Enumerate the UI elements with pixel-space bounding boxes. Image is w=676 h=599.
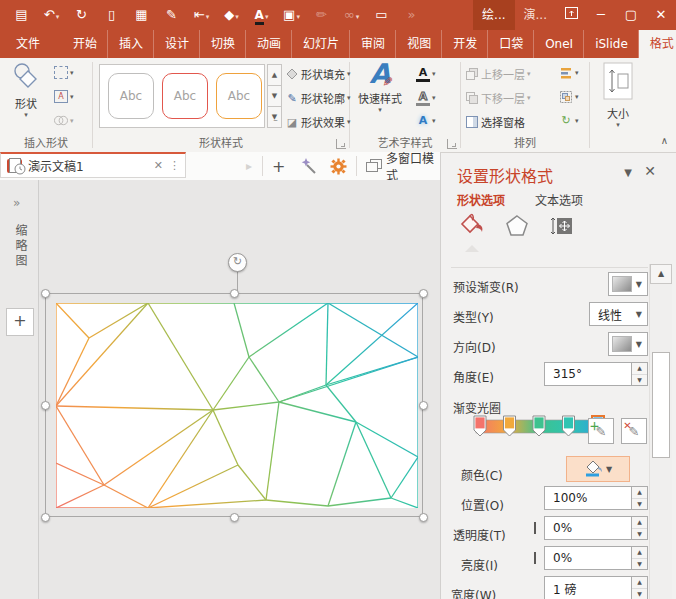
collapse-ribbon-icon[interactable]: ∧ xyxy=(661,135,668,146)
wordart-dialog-launcher[interactable] xyxy=(447,139,457,149)
direction-dropdown[interactable]: ▼ xyxy=(608,332,648,356)
text-outline-button[interactable]: A▾ xyxy=(416,90,436,106)
align-button[interactable]: ▾ xyxy=(559,66,579,79)
transparency-stepper[interactable]: ▲▼ xyxy=(631,517,647,539)
preset-gradient-dropdown[interactable]: ▼ xyxy=(608,272,648,296)
transparency-spinner[interactable]: 0%▲▼ xyxy=(544,516,648,540)
size-button[interactable]: 大小 ▾ xyxy=(596,62,640,129)
shape-style-gallery[interactable]: Abc Abc Abc xyxy=(99,64,265,128)
text-box-button[interactable]: A▾ xyxy=(54,90,74,103)
slide-grid-icon[interactable]: ▦ xyxy=(128,4,155,26)
gallery-down-button[interactable]: ▼ xyxy=(267,86,282,107)
gallery-more-button[interactable]: ▼̲ xyxy=(267,107,282,128)
send-backward-button[interactable]: 下移一层▾ xyxy=(465,90,531,106)
selection-handle-sw[interactable] xyxy=(41,513,50,522)
shapes-button[interactable]: 形状 ▾ xyxy=(4,62,48,119)
selection-handle-e[interactable] xyxy=(419,401,428,410)
angle-stepper[interactable]: ▲▼ xyxy=(631,363,647,385)
edit-shape-button[interactable]: ▾ xyxy=(54,66,74,79)
selection-handle-n[interactable] xyxy=(230,289,239,298)
stop-color-button[interactable]: ▼ xyxy=(566,456,630,482)
shape-outline-button[interactable]: ✎形状轮廓▾ xyxy=(285,90,351,106)
new-slide-button[interactable]: + xyxy=(6,308,34,336)
maximize-button[interactable]: ▢ xyxy=(616,0,646,30)
position-stepper[interactable]: ▲▼ xyxy=(631,487,647,509)
pane-collapse-icon[interactable]: ▼ xyxy=(624,167,632,178)
rotate-objects-button[interactable]: ↻▾ xyxy=(559,114,579,127)
shape-styles-dialog-launcher[interactable] xyxy=(336,139,346,149)
type-dropdown[interactable]: 线性▼ xyxy=(589,302,648,326)
tab-scroll-right-icon[interactable]: ▸ xyxy=(246,152,252,180)
undo-icon[interactable]: ↶▾ xyxy=(38,4,65,26)
multi-window-mode-button[interactable]: 多窗口模式 xyxy=(386,152,440,180)
shape-style-preview-2[interactable]: Abc xyxy=(162,73,208,119)
selection-handle-nw[interactable] xyxy=(41,289,50,298)
magic-wand-icon[interactable] xyxy=(300,152,317,180)
ribbon-tab-iSlide[interactable]: iSlide xyxy=(584,30,639,58)
paste-icon[interactable]: ▣▾ xyxy=(278,4,305,26)
bring-forward-button[interactable]: 上移一层▾ xyxy=(465,66,531,82)
save-icon[interactable]: ▤ xyxy=(8,4,35,26)
size-properties-icon[interactable] xyxy=(549,215,573,240)
ribbon-tab-开始[interactable]: 开始 xyxy=(62,30,108,58)
shape-fill-button[interactable]: 形状填充▾ xyxy=(285,66,351,82)
scrollbar-thumb[interactable] xyxy=(652,352,670,458)
ribbon-tab-动画[interactable]: 动画 xyxy=(246,30,292,58)
selection-pane-button[interactable]: 选择窗格 xyxy=(465,114,525,130)
low-poly-artwork[interactable] xyxy=(56,303,418,508)
merge-shapes-button[interactable]: ▾ xyxy=(54,114,74,127)
text-effects-button[interactable]: A▾ xyxy=(416,114,436,127)
ribbon-tab-file[interactable]: 文件 xyxy=(0,30,56,58)
quick-styles-button[interactable]: A✎ 快速样式 ▾ xyxy=(352,60,408,114)
fill-line-icon[interactable] xyxy=(459,213,485,242)
group-objects-button[interactable]: ▾ xyxy=(559,90,579,103)
tab-close-icon[interactable]: ✕ xyxy=(154,159,163,172)
ribbon-tab-设计[interactable]: 设计 xyxy=(154,30,200,58)
rotation-handle[interactable]: ↻ xyxy=(228,253,247,272)
gradient-stops-bar[interactable] xyxy=(472,413,606,446)
ribbon-tab-开发[interactable]: 开发 xyxy=(442,30,488,58)
history-icon[interactable] xyxy=(8,152,26,180)
redo-icon[interactable]: ↻ xyxy=(68,4,95,26)
minimize-button[interactable]: ─ xyxy=(586,0,616,30)
selection-handle-w[interactable] xyxy=(41,401,50,410)
brightness-stepper[interactable]: ▲▼ xyxy=(631,547,647,569)
eyedropper-pen-icon[interactable]: ✎ xyxy=(158,4,185,26)
pane-close-icon[interactable]: ✕ xyxy=(644,163,656,179)
ribbon-tab-格式[interactable]: 格式 xyxy=(639,30,676,58)
touch-device-icon[interactable]: ▭ xyxy=(368,4,395,26)
text-fill-button[interactable]: A▾ xyxy=(416,66,436,82)
ribbon-tab-幻灯片[interactable]: 幻灯片 xyxy=(292,30,350,58)
gallery-up-button[interactable]: ▲ xyxy=(267,64,282,86)
selection-handle-se[interactable] xyxy=(419,513,428,522)
brightness-slider[interactable] xyxy=(534,552,536,564)
ribbon-display-options-icon[interactable] xyxy=(556,0,586,30)
ribbon-tab-OneI[interactable]: OneI xyxy=(534,30,584,58)
tab-menu-icon[interactable]: ⋮ xyxy=(169,159,179,172)
ribbon-tab-切换[interactable]: 切换 xyxy=(200,30,246,58)
ribbon-tab-审阅[interactable]: 审阅 xyxy=(350,30,396,58)
position-spinner[interactable]: 100%▲▼ xyxy=(544,486,648,510)
shape-effects-button[interactable]: ◪形状效果▾ xyxy=(285,114,351,130)
indent-icon[interactable]: ⇤▾ xyxy=(188,4,215,26)
selection-handle-s[interactable] xyxy=(230,513,239,522)
new-file-icon[interactable]: ▯ xyxy=(98,4,125,26)
ink-style-icon[interactable]: ◆▾ xyxy=(218,4,245,26)
effects-icon[interactable] xyxy=(505,214,529,241)
font-color-icon[interactable]: A▾ xyxy=(248,4,275,26)
ribbon-tab-视图[interactable]: 视图 xyxy=(396,30,442,58)
document-tab[interactable]: P 演示文稿1 ✕ ⋮ xyxy=(0,152,186,178)
tab-text-options[interactable]: 文本选项 xyxy=(535,191,583,208)
close-button[interactable]: ✕ xyxy=(646,0,676,30)
add-gradient-stop-button[interactable]: ✎＋ xyxy=(588,418,614,444)
brightness-spinner[interactable]: 0%▲▼ xyxy=(544,546,648,570)
selection-handle-ne[interactable] xyxy=(419,289,428,298)
ribbon-tab-口袋[interactable]: 口袋 xyxy=(488,30,534,58)
width-stepper[interactable]: ▲▼ xyxy=(631,577,647,599)
ribbon-tab-插入[interactable]: 插入 xyxy=(108,30,154,58)
angle-spinner[interactable]: 315°▲▼ xyxy=(544,362,648,386)
slide-canvas[interactable]: » 缩略图 + ↻ xyxy=(0,180,440,599)
transparency-slider[interactable] xyxy=(534,522,536,534)
shape-style-preview-1[interactable]: Abc xyxy=(108,73,154,119)
remove-gradient-stop-button[interactable]: ✎✕ xyxy=(621,418,647,444)
